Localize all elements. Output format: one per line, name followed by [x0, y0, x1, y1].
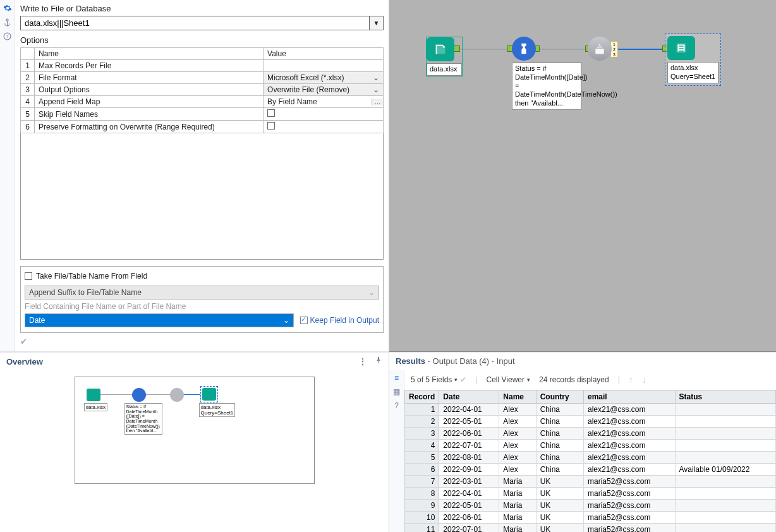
- fields-dropdown[interactable]: 5 of 5 Fields ▾ ✔: [411, 375, 466, 384]
- append-mode-select[interactable]: Append Suffix to File/Table Name: [25, 286, 379, 299]
- col-date[interactable]: Date: [439, 390, 499, 404]
- option-6-name: Preserve Formatting on Overwrite (Range …: [35, 121, 264, 133]
- option-1-name: Max Records Per File: [35, 60, 264, 72]
- option-6-checkbox[interactable]: [267, 122, 275, 130]
- table-row[interactable]: 62022-09-01AlexChinaalex21@css.comAvaila…: [405, 464, 776, 476]
- results-grid[interactable]: RecordDateNameCountryemailStatus12022-04…: [404, 390, 776, 532]
- workflow-canvas[interactable]: 123 data.xlsx Status = if DateTimeMonth(…: [389, 0, 776, 352]
- results-toolbar: 5 of 5 Fields ▾ ✔ | Cell Viewer ▾ 24 rec…: [404, 370, 776, 390]
- formula-tool-label: Status = if DateTimeMonth([Date]) = Date…: [512, 63, 581, 110]
- col-status[interactable]: Status: [675, 390, 775, 404]
- results-title: Results - Output Data (4) - Input: [389, 353, 776, 370]
- table-row[interactable]: 72022-03-01MariaUKmaria52@css.com: [405, 476, 776, 488]
- keep-field-label: Keep Field in Output: [310, 316, 379, 325]
- prev-icon[interactable]: ↑: [629, 375, 633, 385]
- table-row[interactable]: 32022-06-01AlexChinaalex21@css.com: [405, 428, 776, 440]
- col-name: Name: [35, 48, 264, 60]
- svg-text:?: ?: [6, 34, 9, 39]
- take-file-label: Take File/Table Name From Field: [36, 272, 147, 281]
- output-tool-label: data.xlsxQuery=Sheet1: [667, 62, 718, 83]
- take-file-checkbox[interactable]: [25, 272, 32, 280]
- table-row[interactable]: 22022-05-01AlexChinaalex21@css.com: [405, 416, 776, 428]
- browse-tool[interactable]: [588, 37, 612, 61]
- table-row[interactable]: 12022-04-01AlexChinaalex21@css.com: [405, 404, 776, 416]
- config-pane: ? Write to File or Database ▼ Options Na…: [0, 0, 389, 352]
- overview-pane: Overview ⋮ data.xlsx Status = ifDateTime…: [0, 352, 389, 532]
- table-row[interactable]: 112022-07-01MariaUKmaria52@css.com: [405, 524, 776, 533]
- help-icon[interactable]: ?: [394, 401, 399, 410]
- table-row[interactable]: 52022-08-01AlexChinaalex21@css.com: [405, 452, 776, 464]
- option-3-dropdown[interactable]: Overwrite File (Remove): [264, 84, 383, 95]
- config-tab-strip: ?: [0, 0, 15, 351]
- options-table: NameValue 1Max Records Per File2File For…: [20, 47, 384, 133]
- col-value: Value: [264, 48, 384, 60]
- field-hint-label: Field Containing File Name or Part of Fi…: [25, 302, 379, 311]
- svg-point-0: [6, 19, 8, 21]
- option-4-name: Append Field Map: [35, 96, 264, 108]
- field-select[interactable]: Date: [25, 313, 294, 327]
- col-record[interactable]: Record: [405, 390, 439, 404]
- results-tab-strip: ≡ ▦ ?: [389, 370, 404, 532]
- help-icon[interactable]: ?: [3, 32, 12, 40]
- option-5-checkbox[interactable]: [267, 109, 275, 117]
- table-row[interactable]: 92022-05-01MariaUKmaria52@css.com: [405, 500, 776, 512]
- input-tool[interactable]: data.xlsx: [426, 37, 463, 76]
- overview-canvas[interactable]: data.xlsx Status = ifDateTimeMonth([Date…: [75, 377, 315, 484]
- file-from-field-group: Take File/Table Name From Field Append S…: [20, 266, 384, 333]
- options-label: Options: [20, 35, 384, 45]
- next-icon[interactable]: ↓: [642, 375, 646, 385]
- grid-icon[interactable]: ▦: [393, 387, 400, 396]
- records-label: 24 records displayed: [539, 375, 609, 384]
- overview-title: Overview: [6, 357, 43, 366]
- file-dropdown-button[interactable]: ▼: [370, 16, 384, 30]
- config-title: Write to File or Database: [20, 4, 384, 13]
- pin-icon[interactable]: [375, 356, 382, 366]
- gear-icon[interactable]: [3, 4, 12, 13]
- results-pane: Results - Output Data (4) - Input ≡ ▦ ? …: [389, 352, 776, 532]
- anchor-icon[interactable]: [3, 18, 12, 27]
- output-tool-selection[interactable]: data.xlsxQuery=Sheet1: [665, 33, 721, 86]
- option-2-dropdown[interactable]: Microsoft Excel (*.xlsx): [264, 72, 383, 83]
- status-ok-icon: ✔: [20, 337, 27, 346]
- cell-viewer-dropdown[interactable]: Cell Viewer ▾: [487, 375, 530, 384]
- input-tool-label: data.xlsx: [427, 63, 462, 76]
- option-5-name: Skip Field Names: [35, 108, 264, 121]
- table-row[interactable]: 102022-06-01MariaUKmaria52@css.com: [405, 512, 776, 524]
- option-2-name: File Format: [35, 72, 264, 84]
- keep-field-checkbox[interactable]: [300, 317, 308, 324]
- table-row[interactable]: 42022-07-01AlexChinaalex21@css.com: [405, 440, 776, 452]
- option-3-name: Output Options: [35, 84, 264, 96]
- more-icon[interactable]: ⋮: [358, 356, 367, 366]
- file-path-input[interactable]: [20, 16, 370, 30]
- table-row[interactable]: 82022-04-01MariaUKmaria52@css.com: [405, 488, 776, 500]
- formula-tool[interactable]: Status = if DateTimeMonth([Date]) = Date…: [512, 37, 581, 110]
- field-map-button[interactable]: …: [372, 99, 383, 106]
- list-icon[interactable]: ≡: [394, 373, 399, 382]
- col-email[interactable]: email: [583, 390, 675, 404]
- col-country[interactable]: Country: [536, 390, 583, 404]
- col-name[interactable]: Name: [499, 390, 536, 404]
